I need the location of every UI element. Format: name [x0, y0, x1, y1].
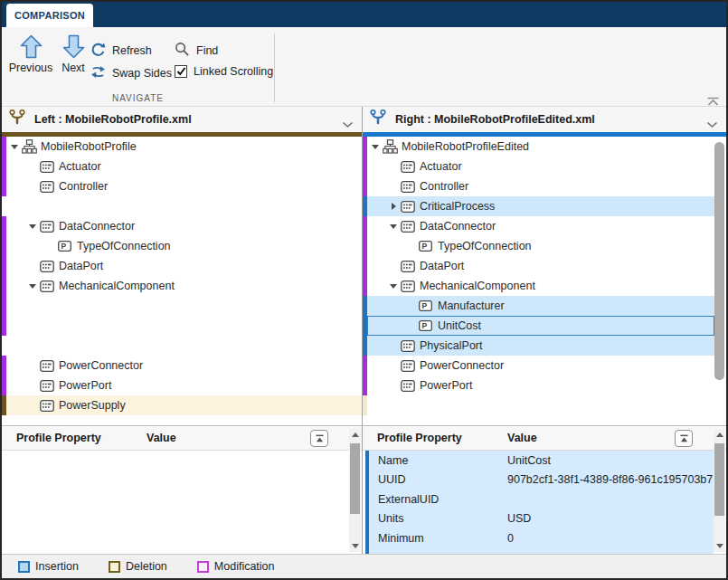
modification-edge-marker — [363, 236, 367, 256]
property-name: Units — [378, 512, 403, 525]
expander-down-icon[interactable] — [25, 224, 40, 229]
tree-item-label: PhysicalPort — [420, 339, 482, 352]
profile-icon — [383, 139, 402, 154]
tree-item-MechanicalComponent[interactable]: MechanicalComponent — [2, 276, 362, 296]
arrow-up-icon — [20, 34, 43, 59]
tree-item-label: UnitCost — [438, 319, 481, 332]
insertion-color-swatch — [18, 561, 30, 573]
tree-item-TypeOfConnection[interactable]: PTypeOfConnection — [363, 236, 726, 256]
scroll-down-icon[interactable] — [349, 540, 361, 552]
linked-scrolling-toggle[interactable]: Linked Scrolling — [175, 65, 273, 78]
collapse-panel-button[interactable] — [310, 430, 328, 447]
property-row-ExternalUID[interactable]: ExternalUID — [363, 490, 714, 509]
tree-item-Actuator[interactable]: Actuator — [2, 157, 362, 176]
tree-item-label: TypeOfConnection — [438, 240, 532, 252]
swap-sides-icon — [90, 65, 106, 81]
tree-item-CriticalProcess[interactable]: CriticalProcess — [363, 196, 726, 216]
swap-sides-button[interactable]: Swap Sides — [90, 65, 172, 81]
expander-right-icon[interactable] — [386, 203, 401, 210]
collapse-toolstrip-button[interactable] — [706, 94, 720, 104]
svg-text:P: P — [422, 301, 428, 310]
expander-down-icon[interactable] — [386, 224, 401, 229]
tree-item-MobileRobotProfileEdited[interactable]: MobileRobotProfileEdited — [363, 137, 726, 157]
modification-edge-marker — [2, 376, 6, 395]
tree-item-DataPort[interactable]: DataPort — [363, 256, 726, 276]
scrollbar-thumb[interactable] — [350, 443, 360, 514]
scroll-up-icon[interactable] — [714, 429, 725, 441]
tree-item-label: PowerConnector — [420, 359, 504, 372]
left-pane-selector[interactable]: Left : MobileRobotProfile.xml — [2, 107, 362, 132]
modification-edge-marker — [363, 176, 367, 196]
tree-gap-row — [363, 395, 726, 415]
tab-bar: COMPARISON — [2, 2, 726, 27]
property-row-UUID[interactable]: UUID907b2cf1-38f1-4389-8f86-961c195703b7 — [363, 471, 714, 490]
tree-item-Manufacturer[interactable]: PManufacturer — [363, 296, 726, 316]
expander-down-icon[interactable] — [25, 284, 40, 289]
left-properties-scrollbar[interactable] — [349, 429, 361, 552]
property-name: Minimum — [378, 532, 424, 545]
tree-item-MobileRobotProfile[interactable]: MobileRobotProfile — [2, 137, 362, 157]
stereotype-icon — [40, 380, 59, 392]
next-label: Next — [61, 62, 85, 74]
expander-down-icon[interactable] — [386, 284, 401, 289]
tree-item-Actuator[interactable]: Actuator — [363, 157, 726, 176]
stereotype-icon — [40, 221, 59, 233]
modification-edge-marker — [363, 216, 367, 236]
tree-item-DataConnector[interactable]: DataConnector — [2, 216, 362, 236]
modification-edge-marker — [2, 137, 6, 157]
scroll-up-icon[interactable] — [349, 429, 361, 441]
right-properties-body: NameUnitCostUUID907b2cf1-38f1-4389-8f86-… — [363, 451, 714, 554]
legend-label: Insertion — [35, 560, 79, 573]
svg-text:P: P — [422, 321, 428, 330]
property-row-Units[interactable]: UnitsUSD — [363, 509, 714, 529]
checkbox-checked-icon[interactable] — [175, 65, 187, 78]
scrollbar-thumb[interactable] — [714, 443, 724, 516]
stereotype-icon — [40, 161, 59, 173]
next-button[interactable]: Next — [56, 34, 90, 74]
tree-item-Controller[interactable]: Controller — [2, 176, 362, 196]
stereotype-icon — [401, 280, 420, 292]
tree-item-PowerConnector[interactable]: PowerConnector — [363, 356, 726, 376]
refresh-button[interactable]: Refresh — [90, 42, 152, 60]
property-row-Minimum[interactable]: Minimum0 — [363, 528, 714, 548]
tree-item-UnitCost[interactable]: PUnitCost — [363, 316, 726, 336]
right-properties-scrollbar[interactable] — [714, 429, 725, 552]
toolbar: Previous Next Refresh — [2, 27, 726, 107]
tree-item-PowerPort[interactable]: PowerPort — [363, 376, 726, 395]
scroll-down-icon[interactable] — [714, 540, 725, 552]
previous-button[interactable]: Previous — [7, 34, 54, 74]
search-icon — [175, 42, 190, 60]
tree-item-DataPort[interactable]: DataPort — [2, 256, 362, 276]
tree-item-label: MechanicalComponent — [420, 280, 535, 292]
property-name: ExternalUID — [378, 493, 439, 506]
chevron-down-icon — [342, 116, 354, 132]
collapse-panel-button[interactable] — [675, 430, 693, 447]
tree-item-TypeOfConnection[interactable]: PTypeOfConnection — [2, 236, 362, 256]
stereotype-icon — [401, 340, 420, 352]
branch-compare-icon — [369, 109, 387, 130]
diff-legend: InsertionDeletionModification — [2, 554, 726, 578]
tree-item-DataConnector[interactable]: DataConnector — [363, 216, 726, 236]
property-name: Name — [378, 454, 408, 467]
tree-item-PowerSupply[interactable]: PowerSupply — [2, 395, 362, 415]
tree-item-label: Actuator — [59, 160, 101, 173]
tree-item-PhysicalPort[interactable]: PhysicalPort — [363, 336, 726, 356]
tree-item-PowerConnector[interactable]: PowerConnector — [2, 356, 362, 376]
tree-item-PowerPort[interactable]: PowerPort — [2, 376, 362, 395]
right-pane-selector[interactable]: Right : MobileRobotProfileEdited.xml — [363, 107, 726, 132]
tree-item-MechanicalComponent[interactable]: MechanicalComponent — [363, 276, 726, 296]
insertion-edge-marker — [363, 336, 367, 356]
tree-item-label: PowerPort — [420, 379, 472, 392]
expander-down-icon[interactable] — [7, 145, 22, 149]
property-row-Name[interactable]: NameUnitCost — [363, 451, 714, 471]
modification-edge-marker — [2, 157, 6, 176]
tab-comparison[interactable]: COMPARISON — [6, 4, 93, 27]
find-button[interactable]: Find — [175, 42, 218, 60]
right-tree-scrollbar-thumb[interactable] — [714, 142, 724, 380]
property-icon: P — [58, 241, 77, 252]
tree-item-Controller[interactable]: Controller — [363, 176, 726, 196]
profile-icon — [22, 139, 41, 154]
expander-down-icon[interactable] — [368, 145, 383, 149]
tree-item-label: DataConnector — [59, 220, 135, 233]
property-column-header: Profile Property — [16, 432, 101, 444]
